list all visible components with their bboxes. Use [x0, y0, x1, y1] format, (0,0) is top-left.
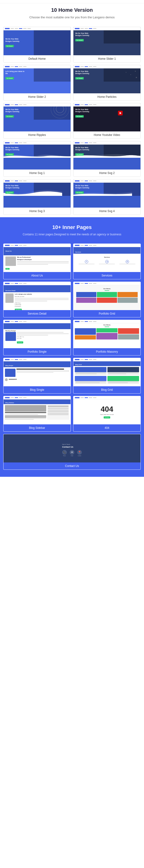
nav-item: [89, 245, 92, 246]
card-home-svg2[interactable]: We Do Your Web Designs Carefully. Get St…: [73, 141, 141, 177]
preview-portfolio-single: Mockup Design Client: ABC Corp Date: 202…: [3, 320, 71, 348]
hero-heading: We Do Your Web Designs Carefully.: [5, 147, 24, 151]
work-thumbnail: [76, 298, 96, 303]
card-preview-slider2: Let's bring your ideas to life Get Start…: [3, 65, 71, 93]
card-label-youtube: Home Youtube Video: [73, 131, 141, 138]
card-blog-single[interactable]: Blog Single Blog Single: [3, 358, 71, 394]
services-detail-heading: Let's design your website: [15, 293, 69, 295]
nav-item: [80, 397, 84, 398]
nav-bar: [73, 103, 141, 106]
card-about-us[interactable]: About Us 13yr+ We are Professional Desig…: [3, 244, 71, 279]
nav-logo: [5, 283, 10, 284]
masonry-col: [118, 328, 139, 340]
blog-title-line: [5, 412, 46, 413]
nav-item: [85, 28, 88, 29]
blog-sidebar-side: [47, 405, 69, 420]
blog-grid-text-line: [75, 381, 106, 382]
home-section-title: 10 Home Version: [5, 7, 139, 13]
card-home-svg4[interactable]: We Do Your Web Designs Carefully. Get St…: [73, 179, 141, 215]
masonry-item-tall: [75, 328, 96, 335]
hero-heading: We Do Your Web Designs Carefully.: [5, 38, 24, 42]
services-icons-grid: ✦ ◈ ⊞: [75, 259, 139, 266]
nav-item: [10, 66, 14, 67]
nav-logo: [5, 104, 10, 105]
text-line: [17, 333, 69, 334]
nav-item: [80, 181, 84, 181]
hero-text: We Do Your Web Designs Carefully. Get St…: [75, 108, 94, 118]
card-services-detail[interactable]: Services Detail Let's design your websit…: [3, 282, 71, 317]
nav-item: [19, 66, 22, 67]
card-portfolio-masonry[interactable]: Our Works Por: [73, 320, 141, 355]
nav-bar: [73, 244, 141, 247]
nav-item: [10, 181, 14, 181]
service-item: ⊞: [117, 260, 137, 264]
author-date-line: [9, 380, 14, 380]
preview-404: 404 Oops! page does not exist Go Home: [73, 396, 141, 424]
nav-item: [23, 321, 27, 322]
hero-text: We Do Your Web Designs Carefully. Get St…: [75, 70, 94, 80]
portfolio-section-label: Our Works: [75, 287, 139, 290]
card-home-youtube[interactable]: We Do Your Web Designs Carefully. Get St…: [73, 103, 141, 139]
card-home-svg1[interactable]: We Do Your Web Designs Carefully. Get St…: [3, 141, 71, 177]
card-404[interactable]: 404 Oops! page does not exist Go Home 40…: [73, 396, 141, 432]
blog-grid-text-line: [108, 382, 128, 383]
hero-overlay: [34, 106, 71, 120]
card-default-home[interactable]: We Do Your Web Designs Carefully. Get St…: [3, 27, 71, 63]
card-home-ripples[interactable]: We Do Your Web Designs Carefully. Get St…: [3, 103, 71, 139]
nav-item: [80, 359, 84, 360]
blog-grid-item: [107, 367, 139, 375]
card-blog-grid[interactable]: Blog Grid: [73, 358, 141, 394]
card-label-slider1: Home Slider 1: [73, 55, 141, 62]
view-btn: View Live: [17, 341, 23, 343]
text-line-short: [17, 264, 48, 265]
hero-text: We Do Your Web Designs Carefully. Get St…: [75, 147, 94, 156]
about-body: 13yr+ We are Professional Designer & Dev…: [3, 255, 71, 272]
phone-label: Phone: [63, 455, 66, 456]
card-contact-us[interactable]: Get In Touch Contact Us 📞 Phone ✉ Email: [3, 434, 141, 470]
hero-text: We Do Your Web Designs Carefully. Get St…: [5, 38, 24, 47]
nav-item: [10, 397, 14, 398]
nav-item: [89, 66, 92, 67]
nav-item: [23, 397, 27, 398]
nav-item: [93, 283, 96, 284]
card-home-svg3[interactable]: We Do Your Web Designs Carefully. Get St…: [3, 179, 71, 215]
nav-logo: [5, 359, 10, 360]
section-underline: [105, 290, 109, 291]
card-portfolio-single[interactable]: Mockup Design Client: ABC Corp Date: 202…: [3, 320, 71, 355]
hero-overlay: [104, 30, 141, 43]
blog-grid-item: [107, 376, 139, 384]
nav-bar: [3, 358, 71, 361]
card-home-particles[interactable]: We Do Your Web Designs Carefully. Get St…: [73, 65, 141, 101]
nav-item: [10, 283, 14, 284]
blog-grid-image: [107, 376, 139, 381]
nav-item: [93, 359, 96, 360]
nav-item-active: [15, 321, 18, 322]
nav-item: [89, 283, 92, 284]
nav-bar: [73, 396, 141, 399]
nav-logo: [5, 245, 10, 246]
author-avatar: [5, 378, 8, 381]
person-image: [5, 293, 13, 303]
preview-portfolio-grid: Our Works: [73, 282, 141, 310]
play-triangle-icon: [120, 112, 121, 114]
card-services[interactable]: Services Services ✦ ◈: [73, 244, 141, 279]
text-line: [17, 261, 69, 262]
blog-body-line: [5, 414, 38, 415]
preview-services-detail: Services Detail Let's design your websit…: [3, 282, 71, 310]
nav-bar: [73, 179, 141, 183]
card-home-slider-2[interactable]: Let's bring your ideas to life Get Start…: [3, 65, 71, 101]
masonry-item-mid: [118, 334, 139, 340]
cta-button: Get Started: [5, 191, 14, 194]
card-home-slider-1[interactable]: We Do Your Web Designs Carefully. Get St…: [73, 27, 141, 63]
text-line-short: [17, 335, 48, 336]
nav-item-active: [85, 397, 88, 398]
card-blog-sidebar[interactable]: Blog Sidebar: [3, 396, 71, 432]
about-text-col: We are Professional Designer & Developer: [17, 256, 69, 270]
card-portfolio-grid[interactable]: Our Works Portfolio Grid: [73, 282, 141, 317]
nav-item-active: [85, 245, 88, 246]
meta-line: Client: ABC Corp: [17, 336, 69, 337]
about-badge: 13yr+: [5, 268, 10, 270]
inner-cards-grid: About Us 13yr+ We are Professional Desig…: [0, 241, 144, 434]
404-nav: [73, 396, 141, 399]
hero-heading: We Do Your Web Designs Carefully.: [75, 147, 94, 151]
